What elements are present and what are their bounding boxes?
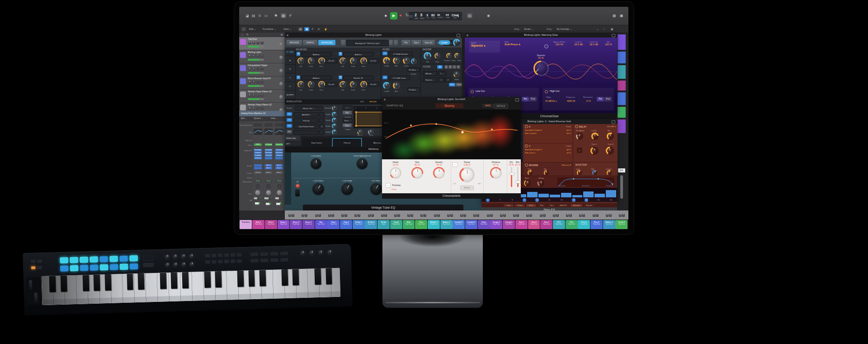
density-control[interactable]: Density 76 %	[430, 161, 448, 179]
low-cut-post[interactable]: Post	[529, 97, 537, 101]
play-button[interactable]: ▶	[390, 12, 397, 19]
region-cell[interactable]: Conga 1 Trap Door	[490, 220, 502, 229]
ms-pair[interactable]: MS	[589, 213, 602, 217]
predelay-control[interactable]: ♪ Predelay 9 ms	[386, 183, 401, 191]
region-cell[interactable]: Perc 2 Trap Door	[578, 220, 590, 229]
track-buttons[interactable]: MS RI	[248, 55, 264, 57]
region-cell[interactable]: Shaker 2 Trap Door	[440, 220, 453, 229]
time-l-knob[interactable]	[590, 147, 599, 155]
eq-thumbnail[interactable]	[275, 129, 283, 135]
source-block[interactable]: C Additive ‹ › Vol Tune Pan F1+F2	[296, 75, 338, 98]
decay-control[interactable]: ♪ Decay 1.80 s 0.3100 Freeze	[453, 161, 481, 190]
mod-assign-row[interactable]: Step Mod 3 Depth ⇅-60 %	[523, 148, 573, 151]
ms-pair[interactable]: MS	[338, 213, 351, 217]
ms-pair[interactable]: MS	[509, 213, 523, 217]
reverb-time-knob[interactable]	[528, 170, 533, 175]
track-row[interactable]: Blinking Lights MS RI	[239, 50, 285, 63]
stepfx-tab[interactable]: Reverb	[571, 204, 582, 207]
filter1-type[interactable]: LP 80dB Smooth	[388, 52, 413, 56]
ms-pair[interactable]: MS	[470, 213, 483, 217]
pointer-tool-icon[interactable]: ✐	[311, 28, 314, 30]
ms-pair[interactable]: MS	[549, 213, 562, 217]
ms-pair[interactable]: MS	[417, 213, 430, 217]
high-cut-res[interactable]: 0.71	[586, 100, 591, 102]
mod-assign-row[interactable]: Filter Gain ⇅25 %	[523, 151, 573, 154]
perform-tab[interactable]: PERFORM	[285, 136, 300, 141]
filter2-type[interactable]: LP 12dB Clean	[388, 76, 410, 80]
region-cell[interactable]: Trap Door	[240, 220, 252, 229]
tube-eq-knob-group[interactable]: LOW FREQ	[300, 153, 332, 177]
bypass-below[interactable]: Bypass Below 120 Hz	[553, 41, 565, 46]
mod-row[interactable]: On Depth	[286, 129, 339, 135]
region-cell[interactable]: Kick 1 Trap Door	[252, 220, 264, 229]
output-slot[interactable]: Bus 1	[264, 171, 273, 174]
ms-pair[interactable]: MS	[615, 213, 628, 217]
audio-fx-slots[interactable]: EnvelopeCompres PedalboChannel	[254, 148, 262, 160]
region-cell[interactable]: Crash 2 Trap Door	[615, 220, 627, 229]
track-buttons[interactable]: MS RI	[248, 94, 264, 97]
tube-eq-in[interactable]: IN	[294, 181, 301, 199]
mod-rate-knob[interactable]	[524, 180, 531, 186]
simple-button[interactable]: SIMPLE	[303, 40, 317, 45]
low-cut-pre[interactable]: Pre	[522, 97, 529, 101]
stepfx-tab[interactable]: Exciter	[584, 204, 595, 207]
track-pan-knob[interactable]	[279, 95, 283, 99]
voices-all[interactable]: All	[437, 65, 443, 69]
browse-button[interactable]: BROWSE	[287, 40, 302, 45]
close-icon[interactable]	[287, 34, 288, 36]
time-r-knob[interactable]	[606, 147, 614, 155]
region-cell[interactable]: Hi-Hat 2 Trap Door	[365, 220, 377, 229]
source-block[interactable]: B Additive ‹ › Vol Tune Pan F1+F2	[338, 51, 380, 75]
region-cell[interactable]: Kick 2 Trap Door	[265, 220, 277, 229]
master-volume-knob[interactable]	[453, 39, 460, 46]
strip-options-menu[interactable]: Options ⌄	[254, 117, 263, 119]
sync-note-button[interactable]: ♪	[577, 148, 582, 153]
track-pan-knob[interactable]	[279, 43, 283, 46]
voices-priority[interactable]: Newest ⌄	[423, 77, 437, 82]
channel-strip[interactable]: Drum Sy OverdriveEnvelope Channel Bus 2 …	[274, 121, 284, 210]
vertical-scrollbar[interactable]	[620, 175, 623, 199]
env-sync[interactable]: Sync	[343, 124, 352, 127]
waveform-zoom-icon[interactable]: ▦	[611, 28, 613, 30]
mod-envelope-display[interactable]: A: 27.3 %H: 52.2 %R: 20.5 %	[557, 177, 614, 187]
track-volume-slider[interactable]	[248, 72, 264, 74]
preset-selector[interactable]: Arpeggiated ! Blinking Lights	[346, 40, 389, 46]
display-mode-icon[interactable]: ◪	[245, 14, 249, 18]
region-cell[interactable]: Crash Trap Door	[390, 220, 402, 229]
main-tab[interactable]: MAIN	[482, 104, 494, 108]
ms-pair[interactable]: MS	[483, 213, 496, 217]
track-row[interactable]: Trap Door MS RI	[239, 37, 285, 50]
side-tab[interactable]: MORPH	[285, 91, 295, 99]
zoom-h-icon[interactable]: ↔	[596, 28, 599, 30]
glide-time[interactable]: Time	[456, 83, 462, 86]
damping-eq-graph[interactable]: 200 % 100 %	[382, 110, 521, 159]
level-out[interactable]: Level Out 18.0 dB	[590, 41, 598, 46]
voices-d[interactable]: D	[457, 65, 460, 69]
smooth-knob[interactable]	[332, 105, 337, 110]
bend-up[interactable]: 2	[438, 77, 444, 82]
edit-menu[interactable]: Edit ⌄	[249, 28, 256, 30]
region-cell[interactable]: Clap 1 Trap Door	[327, 220, 340, 229]
mix[interactable]: Mix 100 %	[605, 41, 612, 46]
ms-pair[interactable]: MS	[430, 213, 443, 217]
ms-pair[interactable]: MS	[285, 213, 298, 217]
grid-icon[interactable]: ▦	[298, 27, 303, 31]
region-cell[interactable]: Perc Trap Door	[415, 220, 427, 229]
limiter-button[interactable]: Limiter	[439, 40, 450, 45]
side-tab[interactable]: GLOBAL	[285, 48, 295, 56]
glide-knob[interactable]	[453, 71, 460, 77]
functions-menu[interactable]: Functions ⌄	[263, 28, 276, 30]
eq-thumbnail[interactable]	[264, 129, 273, 135]
mod-swing-knob[interactable]	[538, 180, 544, 186]
voices-c[interactable]: C	[453, 65, 456, 69]
send-slots[interactable]	[254, 164, 262, 170]
active-tool-icon[interactable]: ▣	[304, 27, 309, 31]
env-current[interactable]: Voice ⌄	[343, 118, 353, 123]
tube-eq-knob-group[interactable]: LOW FREQ	[305, 180, 332, 203]
loop-browser-icon[interactable]: ▭	[264, 14, 268, 18]
track-volume-slider[interactable]	[248, 98, 264, 100]
master-vol-knob[interactable]	[424, 52, 431, 60]
wet-control[interactable]: Wet 30 %	[515, 161, 520, 187]
attack-control[interactable]: Attack 10 %	[387, 161, 405, 179]
track-pan-knob[interactable]	[279, 69, 283, 72]
